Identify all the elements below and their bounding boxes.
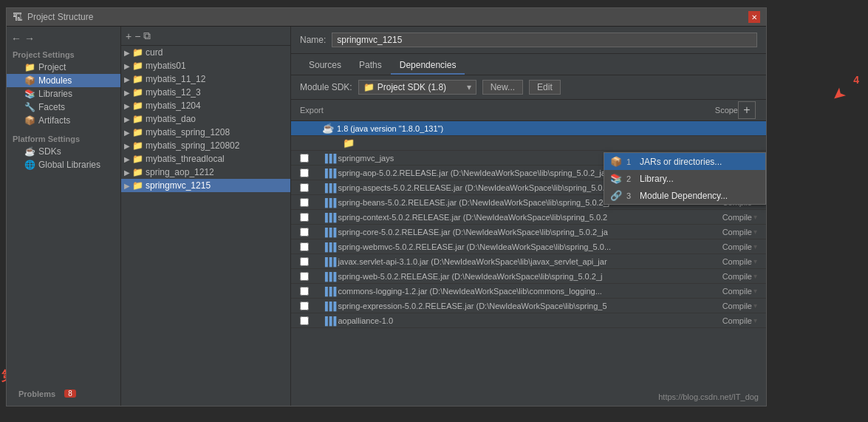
sdk-select[interactable]: 📁 Project SDK (1.8) ▾ [358,80,476,95]
dropdown-item[interactable]: 🔗 3 Module Dependency... [604,187,765,204]
dep-row[interactable]: ▐▐▐ spring-context-5.0.2.RELEASE.jar (D:… [291,210,766,225]
dep-name: spring-webmvc-5.0.2.RELEASE.jar (D:\NewI… [338,242,693,251]
add-module-button[interactable]: + [126,30,131,42]
dep-name: spring-core-5.0.2.RELEASE.jar (D:\NewIde… [338,228,693,236]
dep-checkbox[interactable] [300,272,322,281]
folder-icon: 📁 [132,87,143,98]
dep-checkbox[interactable] [300,316,322,325]
dep-icon: ▐▐▐ [322,212,335,222]
sidebar-item-sdks[interactable]: ☕ SDKs [7,145,120,158]
problems-badge: 8 [64,389,76,398]
dep-icon: ▐▐▐ [322,242,335,252]
dep-row[interactable]: ☕ 1.8 (java version "1.8.0_131") [291,121,766,136]
dep-checkbox[interactable] [300,257,322,266]
module-item[interactable]: ▶📁mybatis_12_3 [121,86,290,99]
deps-table-header: Export Scope + [291,100,766,121]
module-item[interactable]: ▶📁mybatis_1204 [121,99,290,112]
dep-checkbox[interactable] [300,169,322,177]
folder-icon: 📁 [132,61,143,71]
edit-sdk-button[interactable]: Edit [529,80,561,95]
dep-checkbox[interactable] [300,183,322,192]
dep-row[interactable]: ▐▐▐ spring-expression-5.0.2.RELEASE.jar … [291,299,766,313]
name-input[interactable] [332,33,757,47]
dropdown-num: 2 [626,174,635,183]
dep-scope: Compile [693,213,752,222]
dep-row[interactable]: ▐▐▐ javax.servlet-api-3.1.0.jar (D:\NewI… [291,254,766,269]
dep-scope-arrow[interactable]: ▾ [753,213,757,221]
tab-paths[interactable]: Paths [350,57,391,75]
dep-checkbox[interactable] [300,213,322,222]
add-dependency-button[interactable]: + [738,101,756,119]
dep-row[interactable]: 📁 [291,136,766,151]
module-item[interactable]: ▶📁mybatis_11_12 [121,72,290,86]
dep-checkbox[interactable] [300,242,322,251]
dropdown-item[interactable]: 📦 1 JARs or directories... [604,153,765,170]
module-toolbar: + − ⧉ [121,27,290,46]
sidebar-item-facets[interactable]: 🔧 Facets [7,101,120,114]
module-item-label: mybatis_12_3 [146,87,201,98]
module-item[interactable]: ▶📁curd [121,46,290,59]
expand-arrow: ▶ [124,129,130,137]
dep-scope: Compile [693,257,752,266]
dep-checkbox[interactable] [300,154,322,163]
module-item[interactable]: ▶📁springmvc_1215 [121,179,290,192]
dep-scope-arrow[interactable]: ▾ [753,287,757,295]
new-sdk-button[interactable]: New... [482,80,523,95]
folder-icon: 📁 [132,180,143,191]
dep-row[interactable]: ▐▐▐ commons-logging-1.2.jar (D:\NewIdeaW… [291,284,766,299]
sidebar-item-global-libraries[interactable]: 🌐 Global Libraries [7,158,120,171]
dep-scope-arrow[interactable]: ▾ [753,316,757,324]
libraries-icon: 📚 [24,89,35,99]
dep-name: spring-context-5.0.2.RELEASE.jar (D:\New… [338,213,693,222]
dep-scope-arrow[interactable]: ▾ [753,257,757,265]
dep-row[interactable]: ▐▐▐ spring-webmvc-5.0.2.RELEASE.jar (D:\… [291,239,766,254]
forward-button[interactable]: → [24,33,35,44]
tab-sources[interactable]: Sources [300,57,350,75]
dep-row[interactable]: ▐▐▐ aopalliance-1.0 Compile▾ [291,313,766,328]
sidebar-item-libraries[interactable]: 📚 Libraries [7,87,120,101]
sdk-bar: Module SDK: 📁 Project SDK (1.8) ▾ New...… [291,75,766,100]
dep-scope-arrow[interactable]: ▾ [753,302,757,310]
watermark: https://blog.csdn.net/IT_dog [658,392,759,401]
module-item-label: spring_aop_1212 [146,167,214,177]
folder-icon: 📁 [132,167,143,177]
sidebar-item-modules[interactable]: 📦 Modules [7,74,120,87]
close-button[interactable]: ✕ [748,11,760,23]
tab-dependencies[interactable]: Dependencies [391,57,465,75]
dropdown-item[interactable]: 📚 2 Library... [604,170,765,187]
module-item[interactable]: ▶📁mybatis_dao [121,112,290,126]
dep-checkbox[interactable] [300,228,322,236]
dep-name: aopalliance-1.0 [338,316,693,325]
module-item[interactable]: ▶📁mybatis_threadlocal [121,152,290,166]
dep-scope-arrow[interactable]: ▾ [753,228,757,236]
jar-icon: ▐▐▐ [322,257,335,266]
dep-checkbox[interactable] [300,302,322,310]
sidebar-item-artifacts[interactable]: 📦 Artifacts [7,114,120,127]
dep-row[interactable]: ▐▐▐ spring-core-5.0.2.RELEASE.jar (D:\Ne… [291,225,766,239]
expand-arrow: ▶ [124,182,130,190]
window-icon: 🏗 [13,11,23,23]
jar-icon: ▐▐▐ [322,154,335,163]
module-item[interactable]: ▶📁mybatis_spring_1208 [121,126,290,139]
dep-scope-arrow[interactable]: ▾ [753,242,757,251]
copy-module-button[interactable]: ⧉ [143,30,151,42]
module-list-items: ▶📁curd▶📁mybatis01▶📁mybatis_11_12▶📁mybati… [121,46,290,192]
module-item[interactable]: ▶📁spring_aop_1212 [121,166,290,179]
sdks-icon: ☕ [24,146,35,157]
sidebar-item-label-artifacts: Artifacts [38,115,70,126]
back-button[interactable]: ← [11,33,21,44]
module-item[interactable]: ▶📁mybatis_spring_120802 [121,139,290,152]
dep-scope-arrow[interactable]: ▾ [753,272,757,280]
right-panel: Name: Sources Paths Dependencies Module … [291,27,766,406]
dep-checkbox[interactable] [300,198,322,207]
module-item[interactable]: ▶📁mybatis01 [121,59,290,72]
dep-row[interactable]: ▐▐▐ spring-web-5.0.2.RELEASE.jar (D:\New… [291,269,766,284]
expand-arrow: ▶ [124,142,130,150]
dep-scope: Compile [693,287,752,296]
dep-checkbox[interactable] [300,287,322,296]
dep-icon: ▐▐▐ [322,183,335,193]
sidebar-item-project[interactable]: 📁 Project [7,61,120,74]
tabs-bar: Sources Paths Dependencies [291,54,766,75]
dep-scope: Compile [693,228,752,236]
remove-module-button[interactable]: − [134,30,140,42]
